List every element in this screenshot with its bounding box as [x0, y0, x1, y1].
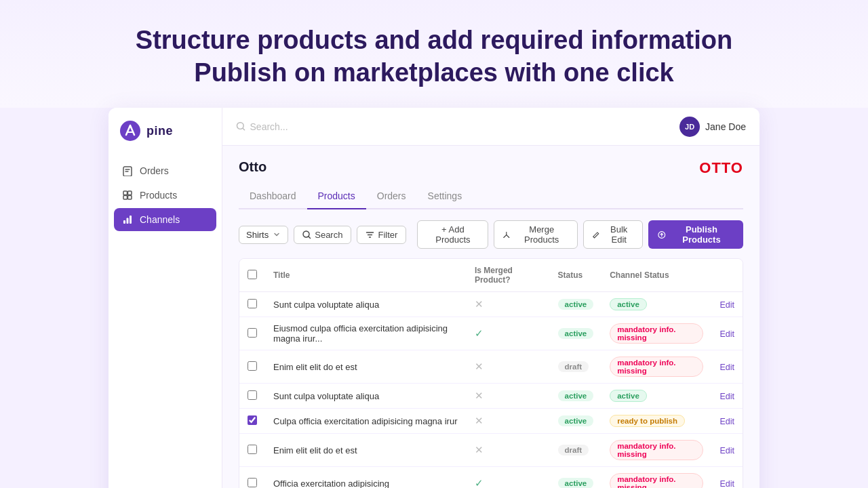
row-status: active	[550, 384, 602, 409]
app-wrapper: pine Orders Products	[108, 108, 760, 488]
edit-link[interactable]: Edit	[719, 329, 734, 339]
sidebar-logo: pine	[108, 108, 222, 154]
search-input[interactable]	[250, 121, 680, 132]
row-title: Culpa officia exercitation adipisicing m…	[265, 409, 467, 434]
channel-header: Otto OTTO	[239, 159, 743, 177]
hero-section: Structure products and add required info…	[0, 0, 868, 108]
svg-rect-5	[128, 196, 132, 200]
edit-link[interactable]: Edit	[719, 363, 734, 372]
row-edit[interactable]: Edit	[711, 384, 743, 409]
row-checkbox[interactable]	[248, 299, 257, 308]
row-edit[interactable]: Edit	[711, 350, 743, 384]
row-merged: ✕	[467, 384, 550, 409]
row-status: active	[550, 317, 602, 350]
cross-icon: ✕	[475, 390, 484, 401]
category-select[interactable]: Shirts	[239, 226, 288, 244]
row-checkbox[interactable]	[248, 478, 257, 487]
channel-status-badge: active	[610, 298, 647, 310]
tab-orders[interactable]: Orders	[366, 185, 417, 209]
search-button[interactable]: Search	[294, 226, 351, 244]
row-title: Sunt culpa voluptate aliqua	[265, 384, 467, 409]
row-status: active	[550, 467, 602, 489]
col-status: Status	[550, 259, 602, 292]
row-title: Officia exercitation adipisicing	[265, 467, 467, 489]
merge-products-label: Merge Products	[514, 224, 570, 245]
edit-link[interactable]: Edit	[719, 417, 734, 426]
sidebar: pine Orders Products	[108, 108, 222, 488]
status-badge: active	[558, 299, 594, 310]
table-row: Culpa officia exercitation adipisicing m…	[239, 409, 743, 434]
row-edit[interactable]: Edit	[711, 292, 743, 317]
filter-button[interactable]: Filter	[357, 226, 406, 244]
sidebar-item-channels[interactable]: Channels	[114, 208, 216, 231]
edit-link[interactable]: Edit	[719, 300, 734, 310]
row-status: draft	[550, 434, 602, 467]
svg-rect-7	[127, 218, 129, 224]
row-channel-status: active	[601, 384, 711, 409]
toolbar: Shirts Search Filter	[239, 220, 743, 249]
merge-products-button[interactable]: Merge Products	[494, 220, 578, 249]
row-checkbox[interactable]	[248, 361, 257, 371]
check-icon: ✓	[475, 327, 484, 339]
channel-status-badge: active	[610, 390, 647, 402]
svg-rect-6	[123, 220, 125, 224]
edit-link[interactable]: Edit	[719, 446, 734, 455]
topbar: JD Jane Doe	[222, 108, 760, 146]
row-merged: ✕	[467, 292, 550, 317]
row-channel-status: ready to publish	[601, 409, 711, 434]
sidebar-item-products[interactable]: Products	[114, 184, 216, 207]
svg-rect-8	[130, 216, 132, 224]
add-products-button[interactable]: + Add Products	[417, 220, 488, 249]
filter-icon	[366, 230, 374, 239]
channel-status-badge: ready to publish	[610, 415, 685, 427]
category-value: Shirts	[246, 230, 269, 240]
publish-products-button[interactable]: Publish Products	[648, 220, 743, 249]
row-checkbox[interactable]	[248, 390, 257, 400]
row-edit[interactable]: Edit	[711, 409, 743, 434]
col-actions	[711, 259, 743, 292]
tab-settings[interactable]: Settings	[417, 185, 473, 209]
search-btn-label: Search	[315, 230, 342, 240]
table-row: Enim elit elit do et est✕draftmandatory …	[239, 434, 743, 467]
table-row: Eiusmod culpa officia exercitation adipi…	[239, 317, 743, 350]
otto-logo: OTTO	[699, 159, 743, 177]
row-channel-status: mandatory info. missing	[601, 350, 711, 384]
row-checkbox[interactable]	[248, 415, 257, 425]
tab-dashboard[interactable]: Dashboard	[239, 185, 307, 209]
status-badge: active	[558, 390, 594, 401]
channel-status-badge: mandatory info. missing	[610, 323, 703, 344]
row-edit[interactable]: Edit	[711, 434, 743, 467]
hero-title: Structure products and add required info…	[14, 24, 854, 89]
row-merged: ✓	[467, 467, 550, 489]
user-area[interactable]: JD Jane Doe	[679, 117, 746, 137]
svg-rect-2	[123, 191, 127, 195]
content: Otto OTTO Dashboard Products Orders Sett…	[222, 146, 760, 488]
orders-icon	[122, 165, 133, 176]
channel-status-badge: mandatory info. missing	[610, 473, 703, 488]
status-badge: draft	[558, 361, 589, 372]
table-row: Officia exercitation adipisicing✓activem…	[239, 467, 743, 489]
row-edit[interactable]: Edit	[711, 467, 743, 489]
cross-icon: ✕	[475, 444, 484, 455]
pine-logo-icon	[119, 120, 141, 142]
merge-icon	[502, 230, 511, 239]
row-channel-status: mandatory info. missing	[601, 467, 711, 489]
table-row: Enim elit elit do et est✕draftmandatory …	[239, 350, 743, 384]
row-edit[interactable]: Edit	[711, 317, 743, 350]
table-row: Sunt culpa voluptate aliqua✕activeactive…	[239, 292, 743, 317]
row-checkbox[interactable]	[248, 328, 257, 338]
bulk-edit-button[interactable]: Bulk Edit	[583, 220, 643, 249]
products-icon	[122, 190, 133, 201]
row-checkbox[interactable]	[248, 445, 257, 454]
publish-label: Publish Products	[669, 224, 734, 245]
bulk-edit-label: Bulk Edit	[604, 224, 634, 245]
edit-link[interactable]: Edit	[719, 392, 734, 401]
tab-products[interactable]: Products	[307, 185, 366, 209]
row-title: Enim elit elit do et est	[265, 350, 467, 384]
select-all-checkbox[interactable]	[248, 270, 257, 279]
col-title: Title	[265, 259, 467, 292]
edit-link[interactable]: Edit	[719, 479, 734, 489]
sidebar-item-orders[interactable]: Orders	[114, 159, 216, 182]
row-title: Eiusmod culpa officia exercitation adipi…	[265, 317, 467, 350]
main-area: JD Jane Doe Otto OTTO Dashboard Products…	[222, 108, 760, 488]
